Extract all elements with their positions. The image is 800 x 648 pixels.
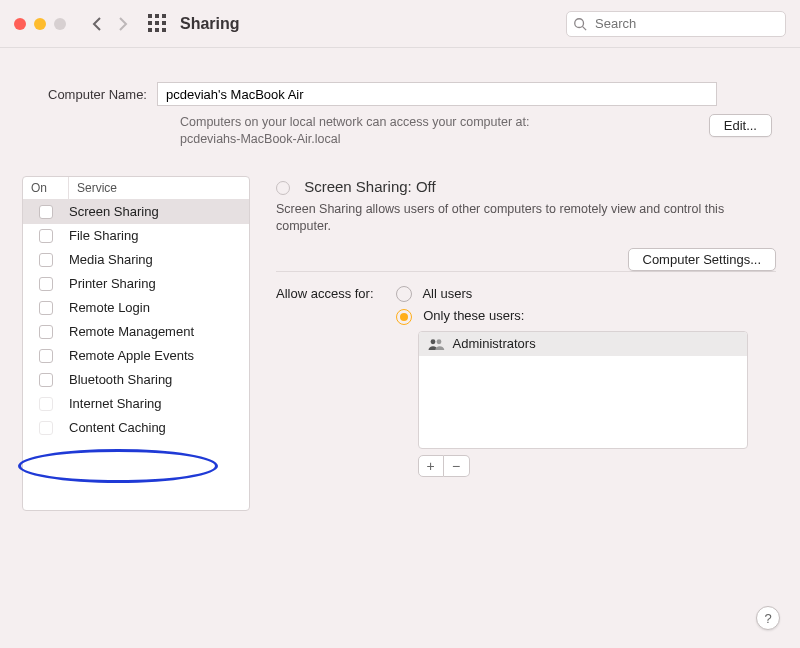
service-row-file-sharing[interactable]: File Sharing xyxy=(23,224,249,248)
computer-name-input[interactable] xyxy=(157,82,717,106)
users-list[interactable]: Administrators xyxy=(418,331,748,449)
service-label: File Sharing xyxy=(69,228,249,243)
services-list: On Service Screen SharingFile SharingMed… xyxy=(22,176,250,511)
minimize-window-icon[interactable] xyxy=(34,18,46,30)
access-all-users[interactable]: All users xyxy=(396,286,748,303)
col-on[interactable]: On xyxy=(23,177,69,199)
service-checkbox[interactable] xyxy=(39,229,53,243)
access-only-these-users[interactable]: Only these users: xyxy=(396,308,748,325)
radio-off-icon xyxy=(396,286,412,302)
show-all-icon[interactable] xyxy=(148,14,168,34)
radio-on-icon xyxy=(396,309,412,325)
service-checkbox[interactable] xyxy=(39,397,53,411)
service-label: Remote Login xyxy=(69,300,249,315)
allow-access-label: Allow access for: xyxy=(276,286,374,301)
forward-button[interactable] xyxy=(110,11,136,37)
search-field[interactable] xyxy=(566,11,786,37)
service-label: Screen Sharing xyxy=(69,204,249,219)
service-detail: Screen Sharing: Off Screen Sharing allow… xyxy=(276,176,776,511)
titlebar: Sharing xyxy=(0,0,800,48)
service-checkbox[interactable] xyxy=(39,205,53,219)
services-header: On Service xyxy=(23,177,249,200)
user-row[interactable]: Administrators xyxy=(419,332,747,356)
service-checkbox[interactable] xyxy=(39,421,53,435)
service-checkbox[interactable] xyxy=(39,277,53,291)
service-description: Screen Sharing allows users of other com… xyxy=(276,201,736,236)
service-label: Remote Management xyxy=(69,324,249,339)
svg-point-2 xyxy=(430,339,435,344)
service-label: Media Sharing xyxy=(69,252,249,267)
service-row-remote-apple-events[interactable]: Remote Apple Events xyxy=(23,344,249,368)
search-input[interactable] xyxy=(593,15,779,32)
service-row-remote-login[interactable]: Remote Login xyxy=(23,296,249,320)
service-checkbox[interactable] xyxy=(39,325,53,339)
status-indicator-icon xyxy=(276,181,290,195)
service-row-media-sharing[interactable]: Media Sharing xyxy=(23,248,249,272)
service-label: Remote Apple Events xyxy=(69,348,249,363)
service-label: Content Caching xyxy=(69,420,249,435)
service-row-bluetooth-sharing[interactable]: Bluetooth Sharing xyxy=(23,368,249,392)
service-label: Bluetooth Sharing xyxy=(69,372,249,387)
computer-name-label: Computer Name: xyxy=(48,87,147,102)
service-checkbox[interactable] xyxy=(39,301,53,315)
service-row-screen-sharing[interactable]: Screen Sharing xyxy=(23,200,249,224)
svg-point-0 xyxy=(575,18,584,27)
service-row-remote-management[interactable]: Remote Management xyxy=(23,320,249,344)
computer-settings-button[interactable]: Computer Settings... xyxy=(628,248,777,271)
svg-point-3 xyxy=(436,339,441,344)
computer-name-note: Computers on your local network can acce… xyxy=(180,114,529,148)
svg-line-1 xyxy=(583,26,587,30)
users-icon xyxy=(427,337,445,351)
service-label: Printer Sharing xyxy=(69,276,249,291)
service-checkbox[interactable] xyxy=(39,253,53,267)
col-service[interactable]: Service xyxy=(69,177,249,199)
service-status: Screen Sharing: Off xyxy=(276,178,776,195)
service-row-content-caching[interactable]: Content Caching xyxy=(23,416,249,440)
remove-user-button[interactable]: − xyxy=(444,455,470,477)
add-remove-users: + − xyxy=(418,455,748,477)
add-user-button[interactable]: + xyxy=(418,455,444,477)
search-icon xyxy=(573,17,587,31)
service-checkbox[interactable] xyxy=(39,373,53,387)
zoom-window-icon xyxy=(54,18,66,30)
service-label: Internet Sharing xyxy=(69,396,249,411)
back-button[interactable] xyxy=(84,11,110,37)
edit-button[interactable]: Edit... xyxy=(709,114,772,137)
traffic-lights xyxy=(14,18,66,30)
service-row-internet-sharing[interactable]: Internet Sharing xyxy=(23,392,249,416)
window-title: Sharing xyxy=(180,15,240,33)
help-button[interactable]: ? xyxy=(756,606,780,630)
service-row-printer-sharing[interactable]: Printer Sharing xyxy=(23,272,249,296)
close-window-icon[interactable] xyxy=(14,18,26,30)
service-checkbox[interactable] xyxy=(39,349,53,363)
